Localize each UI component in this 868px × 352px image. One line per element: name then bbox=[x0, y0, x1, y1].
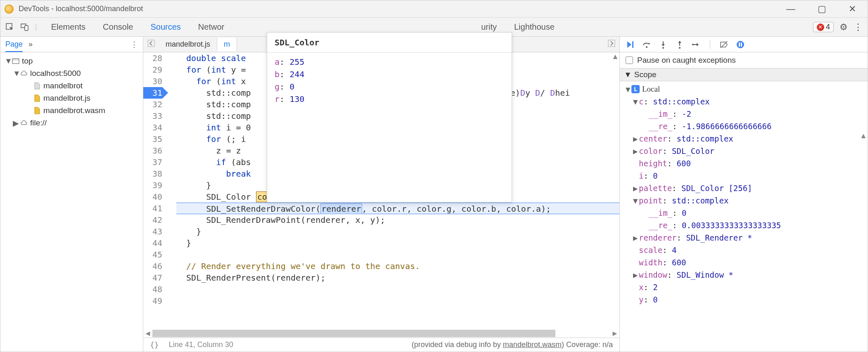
tree-top[interactable]: ▼ top bbox=[0, 55, 143, 67]
file-tab-active[interactable]: m bbox=[217, 38, 237, 51]
line-number[interactable]: 49 bbox=[143, 295, 162, 307]
vertical-scrollbar[interactable]: ▲ bbox=[611, 52, 619, 329]
scope-row[interactable]: ▼c: std::complex bbox=[620, 95, 868, 108]
tab-elements[interactable]: Elements bbox=[49, 18, 88, 36]
scope-row[interactable]: x: 2 bbox=[620, 281, 868, 293]
tree-file-mandelbrot[interactable]: mandelbrot bbox=[0, 80, 143, 92]
scope-row[interactable]: i: 0 bbox=[620, 170, 868, 182]
file-tab-mandelbrot-js[interactable]: mandelbrot.js bbox=[159, 38, 217, 51]
svg-point-16 bbox=[737, 41, 744, 48]
tree-file-mandelbrot-wasm[interactable]: mandelbrot.wasm bbox=[0, 104, 143, 117]
scope-row[interactable]: y: 0 bbox=[620, 293, 868, 306]
navigator-tab-page[interactable]: Page bbox=[5, 40, 23, 52]
tab-lighthouse[interactable]: Lighthouse bbox=[512, 18, 557, 36]
error-badge[interactable]: ✕ 4 bbox=[813, 22, 834, 32]
debugger-toolbar bbox=[620, 37, 868, 52]
selected-variable-renderer[interactable]: renderer bbox=[320, 203, 362, 214]
svg-rect-2 bbox=[25, 26, 28, 31]
step-into-icon[interactable] bbox=[659, 40, 668, 49]
file-label: mandelbrot bbox=[43, 81, 83, 90]
scope-row[interactable]: ▶palette: SDL_Color [256] bbox=[620, 182, 868, 194]
scope-row[interactable]: width: 600 bbox=[620, 256, 868, 269]
line-number[interactable]: 38 bbox=[143, 168, 162, 180]
tooltip-title: SDL_Color bbox=[267, 33, 512, 53]
svg-rect-3 bbox=[12, 59, 19, 64]
scope-row[interactable]: ▶window: SDL_Window * bbox=[620, 269, 868, 281]
inspect-icon[interactable] bbox=[5, 23, 14, 32]
line-number[interactable]: 40 bbox=[143, 191, 162, 203]
navigator-more-icon[interactable]: ⋮ bbox=[130, 40, 138, 49]
step-out-icon[interactable] bbox=[675, 40, 684, 49]
scope-row[interactable]: scale: 4 bbox=[620, 244, 868, 256]
step-over-icon[interactable] bbox=[642, 40, 651, 49]
cloud-icon bbox=[20, 70, 28, 77]
close-button[interactable]: ✕ bbox=[849, 4, 856, 14]
line-number[interactable]: 30 bbox=[143, 76, 162, 87]
scope-section-header[interactable]: ▼Scope bbox=[620, 68, 868, 81]
scope-row[interactable]: ▼point: std::complex bbox=[620, 194, 868, 207]
tree-host-label: localhost:5000 bbox=[30, 69, 81, 78]
resume-icon[interactable] bbox=[626, 40, 635, 49]
scope-row[interactable]: height: 600 bbox=[620, 157, 868, 170]
line-number[interactable]: 31 bbox=[143, 87, 162, 99]
pause-on-caught-row[interactable]: Pause on caught exceptions bbox=[620, 52, 868, 68]
js-file-icon bbox=[33, 94, 41, 102]
deactivate-breakpoints-icon[interactable] bbox=[719, 40, 728, 49]
line-number[interactable]: 36 bbox=[143, 145, 162, 156]
scope-row[interactable]: __im_: 0 bbox=[620, 207, 868, 219]
line-number[interactable]: 34 bbox=[143, 122, 162, 133]
window-titlebar: DevTools - localhost:5000/mandelbrot — ▢… bbox=[0, 0, 868, 18]
window-icon bbox=[12, 57, 19, 65]
device-toggle-icon[interactable] bbox=[20, 23, 29, 32]
tab-console[interactable]: Console bbox=[100, 18, 135, 36]
tab-history-back-icon[interactable] bbox=[143, 40, 159, 49]
line-number[interactable]: 35 bbox=[143, 133, 162, 145]
line-number[interactable]: 46 bbox=[143, 260, 162, 272]
pretty-print-icon[interactable]: {} bbox=[150, 340, 159, 349]
file-label: mandelbrot.wasm bbox=[43, 106, 105, 115]
step-icon[interactable] bbox=[692, 40, 701, 49]
more-icon[interactable]: ⋮ bbox=[854, 22, 863, 33]
scope-row[interactable]: __im_: -2 bbox=[620, 108, 868, 120]
tab-sources[interactable]: Sources bbox=[148, 18, 183, 36]
line-number[interactable]: 39 bbox=[143, 180, 162, 191]
line-number[interactable]: 45 bbox=[143, 249, 162, 260]
maximize-button[interactable]: ▢ bbox=[818, 4, 826, 14]
settings-icon[interactable]: ⚙ bbox=[840, 22, 848, 33]
line-number[interactable]: 32 bbox=[143, 99, 162, 110]
scope-row[interactable]: ▶center: std::complex bbox=[620, 132, 868, 145]
tree-file-mandelbrot-js[interactable]: mandelbrot.js bbox=[0, 92, 143, 104]
svg-rect-7 bbox=[632, 41, 633, 48]
pause-exceptions-icon[interactable] bbox=[736, 40, 745, 49]
tab-history-fwd-icon[interactable] bbox=[604, 40, 619, 49]
scope-vertical-scrollbar[interactable]: ▲ bbox=[859, 132, 868, 352]
line-number[interactable]: 48 bbox=[143, 283, 162, 295]
debug-source-link[interactable]: mandelbrot.wasm bbox=[503, 340, 562, 349]
svg-rect-6 bbox=[608, 40, 615, 47]
chevron-right-icon[interactable]: » bbox=[28, 40, 33, 49]
svg-rect-18 bbox=[741, 43, 742, 47]
tree-host[interactable]: ▼ localhost:5000 bbox=[0, 67, 143, 80]
pause-on-caught-checkbox[interactable] bbox=[626, 57, 633, 64]
tooltip-property: a: 255 bbox=[275, 57, 504, 69]
tree-file-scheme[interactable]: ▶ file:// bbox=[0, 117, 143, 129]
scope-row[interactable]: __re_: 0.0033333333333333335 bbox=[620, 219, 868, 232]
scope-row[interactable]: __re_: -1.9866666666666666 bbox=[620, 120, 868, 132]
minimize-button[interactable]: — bbox=[786, 4, 795, 14]
line-number[interactable]: 44 bbox=[143, 237, 162, 249]
line-number[interactable]: 42 bbox=[143, 214, 162, 226]
scope-local-header[interactable]: ▼LLocal bbox=[620, 83, 868, 95]
line-number[interactable]: 47 bbox=[143, 272, 162, 283]
tab-network[interactable]: Networ bbox=[196, 18, 227, 36]
line-gutter[interactable]: 2829303132333435363738394041424344454647… bbox=[143, 52, 168, 329]
tooltip-property: b: 244 bbox=[275, 69, 504, 82]
scope-row[interactable]: ▶color: SDL_Color bbox=[620, 145, 868, 157]
line-number[interactable]: 28 bbox=[143, 52, 162, 64]
scope-row[interactable]: ▶renderer: SDL_Renderer * bbox=[620, 232, 868, 244]
horizontal-scrollbar[interactable]: ◄► bbox=[143, 329, 619, 338]
line-number[interactable]: 29 bbox=[143, 64, 162, 76]
line-number[interactable]: 41 bbox=[143, 203, 162, 214]
line-number[interactable]: 33 bbox=[143, 110, 162, 122]
line-number[interactable]: 43 bbox=[143, 226, 162, 237]
line-number[interactable]: 37 bbox=[143, 156, 162, 168]
